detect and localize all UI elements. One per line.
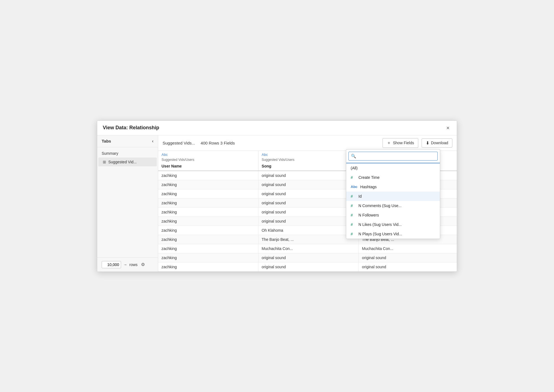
dropdown-item-all[interactable]: (All) (346, 163, 440, 173)
field-label: Id (358, 194, 362, 198)
col-field-1: User Name (158, 163, 258, 171)
show-fields-button[interactable]: ＋ Show Fields (383, 138, 418, 148)
download-icon: ⬇ (426, 140, 429, 146)
table-row: zachkingMuchachita Con...Muchachita Con.… (158, 244, 457, 253)
search-icon: 🔍 (351, 154, 356, 159)
settings-icon[interactable]: ⚙ (141, 262, 145, 267)
download-label: Download (431, 141, 448, 145)
rows-arrow: → (123, 262, 127, 267)
dialog-body: Tabs ‹ Summary ⊞ Suggested Vid... → rows… (97, 135, 457, 272)
num-icon: # (351, 203, 356, 208)
tabs-label: Tabs (102, 139, 111, 143)
col-field-2: Song (258, 163, 358, 171)
sidebar-item-suggested-vid[interactable]: ⊞ Suggested Vid... (98, 158, 157, 166)
download-button[interactable]: ⬇ Download (422, 138, 452, 148)
sidebar-bottom: → rows ⚙ (97, 257, 158, 272)
sidebar-collapse-button[interactable]: ‹ (152, 139, 153, 144)
dropdown-item-id[interactable]: # Id (346, 192, 440, 201)
show-fields-label: Show Fields (393, 141, 414, 145)
add-icon: ＋ (387, 140, 391, 146)
col-type-2: Abc (258, 151, 358, 157)
dropdown-item-hashtags[interactable]: Abc Hashtags (346, 182, 440, 192)
num-icon: # (351, 213, 356, 217)
dropdown-item-n-likes[interactable]: # N Likes (Sug Users Vid... (346, 220, 440, 229)
abc-icon: Abc (351, 185, 358, 189)
summary-label: Summary (97, 147, 158, 157)
show-fields-dropdown: 🔍 (All) # Create Time Abc Hashtags (346, 149, 440, 239)
table-row: zachkingoriginal soundoriginal sound (158, 253, 457, 262)
main-toolbar: Suggested Vids... 400 Rows 3 Fields ＋ Sh… (158, 135, 457, 151)
field-label: N Likes (Sug Users Vid... (358, 222, 402, 227)
num-icon: # (351, 232, 356, 236)
dropdown-item-create-time[interactable]: # Create Time (346, 173, 440, 182)
field-label: N Followers (358, 213, 379, 217)
all-label: (All) (351, 166, 358, 170)
field-label: N Plays (Sug Users Vid... (358, 232, 402, 236)
dropdown-item-n-plays[interactable]: # N Plays (Sug Users Vid... (346, 229, 440, 239)
close-button[interactable]: × (445, 125, 451, 131)
main-content: Suggested Vids... 400 Rows 3 Fields ＋ Sh… (158, 135, 457, 272)
dropdown-search-area: 🔍 (346, 149, 440, 163)
table-icon: ⊞ (103, 160, 106, 164)
col-type-1: Abc (158, 151, 258, 157)
num-icon: # (351, 175, 356, 180)
dialog-title: View Data: Relationship (103, 125, 159, 131)
sidebar: Tabs ‹ Summary ⊞ Suggested Vid... → rows… (97, 135, 158, 272)
search-input-wrapper: 🔍 (348, 152, 438, 161)
dialog-title-bar: View Data: Relationship × (97, 121, 457, 135)
sidebar-header: Tabs ‹ (97, 135, 158, 147)
dropdown-list: (All) # Create Time Abc Hashtags # Id (346, 163, 440, 239)
active-tab-label: Suggested Vids... (163, 141, 195, 145)
view-data-dialog: View Data: Relationship × Tabs ‹ Summary… (97, 120, 457, 272)
sidebar-item-label: Suggested Vid... (108, 160, 137, 164)
field-label: N Comments (Sug Use... (358, 203, 402, 208)
rows-label: rows (129, 262, 138, 267)
col-group-2: Suggested Vids/Users (258, 157, 358, 163)
dropdown-item-n-comments[interactable]: # N Comments (Sug Use... (346, 201, 440, 210)
table-row: zachkingoriginal soundoriginal sound (158, 262, 457, 271)
num-icon: # (351, 194, 356, 198)
field-label: Hashtags (360, 185, 377, 189)
field-label: Create Time (358, 175, 379, 180)
field-search-input[interactable] (358, 154, 435, 158)
col-group-1: Suggested Vids/Users (158, 157, 258, 163)
rows-fields-label: 400 Rows 3 Fields (201, 141, 379, 145)
rows-input[interactable] (102, 261, 121, 268)
dropdown-item-n-followers[interactable]: # N Followers (346, 210, 440, 220)
num-icon: # (351, 222, 356, 227)
